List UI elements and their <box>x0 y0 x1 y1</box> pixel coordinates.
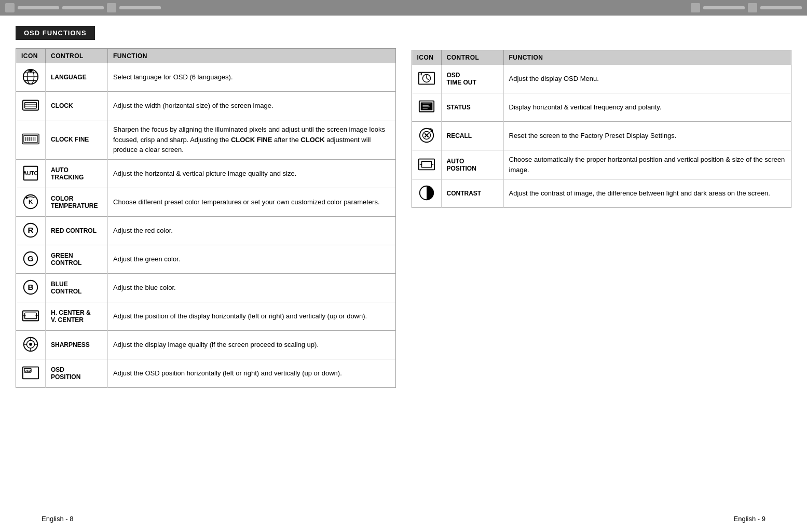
svg-text:G: G <box>28 254 34 262</box>
banner-icon-3 <box>691 3 700 12</box>
svg-rect-6 <box>23 101 38 110</box>
left-page-number: English - 8 <box>42 515 73 523</box>
auto-tracking-icon: AUTO <box>21 164 40 183</box>
function-text-2: Sharpen the focus by aligning the illumi… <box>108 120 396 160</box>
icon-cell-clock <box>16 92 46 120</box>
icon-cell-red-control: R <box>16 216 46 245</box>
osd-header: OSD FUNCTIONS <box>16 26 95 40</box>
svg-rect-48 <box>420 103 432 110</box>
color-temperature-icon: K <box>21 192 40 211</box>
svg-text:AUTO: AUTO <box>23 170 38 176</box>
svg-point-35 <box>29 343 32 346</box>
icon-cell-sharpness <box>16 330 46 359</box>
left-table-header: ICON CONTROL FUNCTION <box>16 49 396 64</box>
control-label-1: CLOCK <box>46 92 108 120</box>
control-label-2: RECALL <box>441 122 503 150</box>
control-label-3: AUTOTRACKING <box>46 159 108 188</box>
function-text-8: Adjust the position of the display horiz… <box>108 302 396 330</box>
svg-rect-30 <box>25 313 37 318</box>
icon-cell-clock-fine <box>16 120 46 160</box>
banner-icon-2 <box>107 3 116 12</box>
sharpness-icon <box>21 335 40 354</box>
function-text-3: Choose automatically the proper horizont… <box>503 150 791 179</box>
h-v-center-icon <box>21 306 40 325</box>
icon-cell-auto-position <box>412 150 441 179</box>
table-row: AUTO AUTOTRACKINGAdjust the horizontal &… <box>16 159 396 188</box>
clock-icon <box>21 96 40 115</box>
table-row: CONTRASTAdjust the contrast of image, th… <box>412 179 791 208</box>
banner-line-2 <box>62 6 104 9</box>
table-row: RECALLReset the screen to the Factory Pr… <box>412 122 791 150</box>
page-content: OSD FUNCTIONS ICON CONTROL FUNCTION LANG… <box>0 16 807 398</box>
control-label-4: CONTRAST <box>441 179 503 208</box>
svg-text:OSD: OSD <box>24 369 31 372</box>
contrast-icon <box>417 184 436 202</box>
svg-rect-11 <box>24 136 37 143</box>
right-col-icon: ICON <box>412 50 441 65</box>
function-text-10: Adjust the OSD position horizontally (le… <box>108 359 396 387</box>
right-table: ICON CONTROL FUNCTION OSDTIME OUTAdjust … <box>412 50 792 208</box>
control-label-9: SHARPNESS <box>46 330 108 359</box>
function-text-5: Adjust the red color. <box>108 216 396 245</box>
function-text-1: Adjust the width (horizontal size) of th… <box>108 92 396 120</box>
svg-line-46 <box>427 78 429 80</box>
banner-line-1 <box>18 6 59 9</box>
control-label-0: OSDTIME OUT <box>441 65 503 93</box>
control-label-2: CLOCK FINE <box>46 120 108 160</box>
top-banner <box>0 0 807 16</box>
left-table: ICON CONTROL FUNCTION LANGUAGESelect lan… <box>16 48 396 388</box>
table-row: AUTOPOSITIONChoose automatically the pro… <box>412 150 791 179</box>
banner-segment-right <box>691 3 802 12</box>
svg-point-22 <box>26 197 28 199</box>
left-col-control: CONTROL <box>46 49 108 64</box>
svg-rect-7 <box>25 102 37 108</box>
control-label-5: RED CONTROL <box>46 216 108 245</box>
right-table-header: ICON CONTROL FUNCTION <box>412 50 791 65</box>
icon-cell-h-v-center <box>16 302 46 330</box>
table-row: K COLORTEMPERATUREChoose different prese… <box>16 188 396 216</box>
table-row: SHARPNESSAdjust the display image qualit… <box>16 330 396 359</box>
svg-text:R: R <box>28 225 34 234</box>
function-text-6: Adjust the green color. <box>108 245 396 273</box>
table-row: H. CENTER &V. CENTERAdjust the position … <box>16 302 396 330</box>
table-row: G GREENCONTROLAdjust the green color. <box>16 245 396 273</box>
icon-cell-color-temperature: K <box>16 188 46 216</box>
table-row: B BLUECONTROLAdjust the blue color. <box>16 273 396 302</box>
table-row: OSD OSDPOSITIONAdjust the OSD position h… <box>16 359 396 387</box>
icon-cell-status <box>412 93 441 122</box>
icon-cell-green-control: G <box>16 245 46 273</box>
banner-line-3 <box>119 6 161 9</box>
banner-line-5 <box>760 6 802 9</box>
function-text-1: Display horizontal & vertical frequency … <box>503 93 791 122</box>
icon-cell-osd-position: OSD <box>16 359 46 387</box>
icon-cell-contrast <box>412 179 441 208</box>
left-section: OSD FUNCTIONS ICON CONTROL FUNCTION LANG… <box>16 26 396 388</box>
status-icon <box>417 97 436 116</box>
banner-segment-left <box>5 3 161 12</box>
control-label-4: COLORTEMPERATURE <box>46 188 108 216</box>
control-label-1: STATUS <box>441 93 503 122</box>
table-row: OSDTIME OUTAdjust the display OSD Menu. <box>412 65 791 93</box>
table-row: LANGUAGESelect language for OSD (6 langu… <box>16 63 396 92</box>
osd-time-out-icon <box>417 69 436 88</box>
function-text-2: Reset the screen to the Factory Preset D… <box>503 122 791 150</box>
icon-cell-auto-tracking: AUTO <box>16 159 46 188</box>
control-label-0: LANGUAGE <box>46 63 108 92</box>
control-label-6: GREENCONTROL <box>46 245 108 273</box>
control-label-10: OSDPOSITION <box>46 359 108 387</box>
banner-line-4 <box>703 6 745 9</box>
svg-rect-56 <box>421 161 431 167</box>
right-table-body: OSDTIME OUTAdjust the display OSD Menu. … <box>412 65 791 208</box>
right-col-function: FUNCTION <box>503 50 791 65</box>
table-row: R RED CONTROLAdjust the red color. <box>16 216 396 245</box>
svg-text:B: B <box>28 282 34 291</box>
banner-icon-1 <box>5 3 15 12</box>
right-section: ICON CONTROL FUNCTION OSDTIME OUTAdjust … <box>412 26 792 388</box>
icon-cell-language <box>16 63 46 92</box>
svg-text:K: K <box>29 198 33 204</box>
clock-fine-icon <box>21 130 40 148</box>
red-control-icon: R <box>21 221 40 240</box>
function-text-7: Adjust the blue color. <box>108 273 396 302</box>
icon-cell-blue-control: B <box>16 273 46 302</box>
control-label-7: BLUECONTROL <box>46 273 108 302</box>
